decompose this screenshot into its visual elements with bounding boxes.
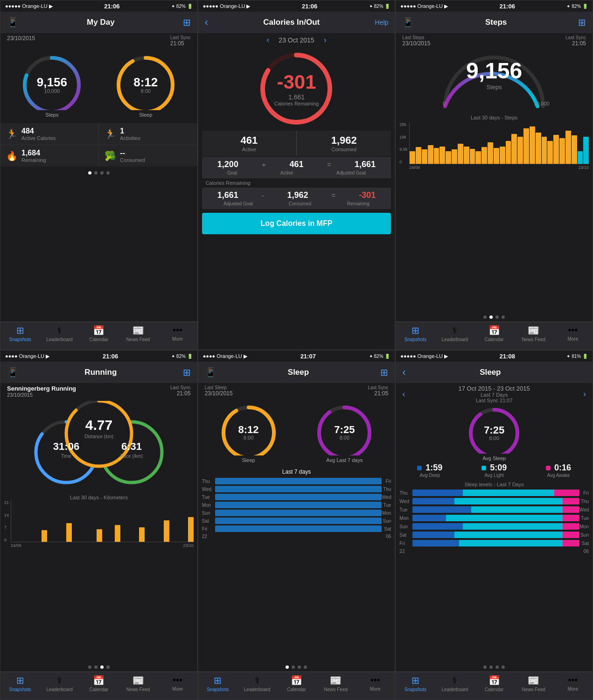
tab-calendar-6[interactable]: 📅 Calendar [474,675,514,696]
run-y-14: 14 [4,513,9,518]
tab-leaderboard-1[interactable]: ⚕ Leaderboard [40,325,79,346]
stat-deep: 1:59 Avg Deep [417,463,442,478]
tab-calendar-1[interactable]: 📅 Calendar [79,325,119,346]
tab-newsfeed-6[interactable]: 📰 News Feed [514,675,553,696]
sleep-bars-area: Thu Fri Wed Thu Tue Wed Mon Tue [202,478,391,532]
content-sleep: Last Sleep 23/10/2015 Last Sync 21:05 8:… [198,383,395,672]
sleep-sync-info: Last Sync 21:05 [368,385,388,397]
date-nav-2: ‹ 23 Oct 2015 › [198,33,395,47]
tab-newsfeed-4[interactable]: 📰 News Feed [119,675,158,696]
run-bar-30 [188,517,194,542]
tab-snapshots-1[interactable]: ⊞ Snapshots [0,325,40,346]
tab-calendar-4[interactable]: 📅 Calendar [79,675,119,696]
more-label-1: More [172,336,183,342]
grid-icon-4[interactable]: ⊞ [183,367,191,378]
sleep-avg-val: 7:25 [334,425,355,435]
steps-value: 9,156 [37,76,67,88]
tab-more-4[interactable]: ••• More [158,675,197,696]
grid-icon-1[interactable]: ⊞ [183,17,191,28]
back-arrow-6[interactable]: ‹ [402,366,405,378]
two-col-cal: 461 Active 1,962 Consumed [202,131,391,156]
tab-calendar-5[interactable]: 📅 Calendar [277,675,316,696]
tab-more-1[interactable]: ••• More [158,325,197,346]
dot-1 [88,171,91,175]
sleep-detail-prev[interactable]: ‹ [402,389,405,399]
sleep-detail-next[interactable]: › [583,389,586,399]
tab-newsfeed-1[interactable]: 📰 News Feed [119,325,158,346]
bar-2 [416,147,421,164]
phone-icon-4[interactable]: 📱 [7,367,19,378]
fire-icon-1: 🔥 [6,150,18,161]
food-icon: 🥦 [105,150,116,161]
sleep-time-end: 06 [386,534,391,539]
tab-snapshots-5[interactable]: ⊞ Snapshots [198,675,237,696]
tab-more-6[interactable]: ••• More [553,675,593,696]
tab-leaderboard-5[interactable]: ⚕ Leaderboard [237,675,277,696]
dot-6-1 [483,665,487,669]
tab-snapshots-3[interactable]: ⊞ Snapshots [396,325,435,346]
header-calories: ‹ Calories In/Out Help [198,12,395,33]
levels-mon-deep [412,515,446,521]
active-cal-value: 484 [21,127,93,135]
levels-mon-light [446,515,563,521]
dot-3-2 [489,315,493,319]
bar-16 [500,147,505,164]
snapshots-icon-4: ⊞ [16,675,24,686]
back-arrow-2[interactable]: ‹ [205,16,208,28]
last-steps-lbl: Last Steps [402,35,430,40]
dot-5-3 [298,665,301,669]
snapshots-icon-1: ⊞ [16,325,24,336]
eq1-lbl3: Adjusted Goal [336,170,366,175]
time-4: 21:06 [103,353,118,360]
eq1-content: 1,200 + 461 = 1,661 [206,160,388,169]
phone-icon-3[interactable]: 📱 [402,17,414,28]
tab-newsfeed-3[interactable]: 📰 News Feed [514,325,553,346]
grid-icon-3[interactable]: ⊞ [578,17,586,28]
dot-5-4 [304,665,307,669]
run-location: Senningerberg Running [7,385,76,392]
sleep-time-start: 22 [202,534,207,539]
active-cal-lbl: Active [206,147,293,152]
sleep-tonight-label: Sleep [242,457,255,463]
phone-icon-1[interactable]: 📱 [7,17,19,28]
tab-snapshots-6[interactable]: ⊞ Snapshots [396,675,435,696]
phone-icon-5[interactable]: 📱 [205,367,216,378]
tab-leaderboard-6[interactable]: ⚕ Leaderboard [435,675,474,696]
dot-6-2 [489,665,493,669]
calendar-icon-5: 📅 [291,675,302,686]
calendar-label-6: Calendar [485,687,504,692]
svg-text:10,000: 10,000 [534,101,550,106]
dots-1 [0,168,197,177]
eq2-op2: = [332,191,336,199]
newsfeed-icon-3: 📰 [528,325,539,336]
bar-fri-1 [215,525,382,532]
tab-leaderboard-4[interactable]: ⚕ Leaderboard [40,675,79,696]
next-arrow-2[interactable]: › [324,35,327,45]
dot-4 [106,171,110,175]
help-btn-2[interactable]: Help [375,19,389,26]
tab-more-3[interactable]: ••• More [553,325,593,346]
prev-arrow-2[interactable]: ‹ [266,35,269,45]
tab-more-5[interactable]: ••• More [356,675,395,696]
calendar-label-1: Calendar [90,337,109,342]
run-bar-6 [42,530,47,542]
tab-leaderboard-3[interactable]: ⚕ Leaderboard [435,325,474,346]
grid-icon-5[interactable]: ⊞ [380,367,388,378]
log-calories-btn[interactable]: Log Calories in MFP [202,213,391,234]
levels-day-tue: Tue [399,507,412,512]
snapshots-label-3: Snapshots [405,337,426,342]
more-label-5: More [370,686,381,692]
panel-calories: ●●●●● Orange-LU ▶ 21:06 ✦ 82% 🔋 ‹ Calori… [198,0,396,350]
tab-newsfeed-5[interactable]: 📰 News Feed [316,675,356,696]
newsfeed-icon-1: 📰 [133,325,144,336]
tab-snapshots-4[interactable]: ⊞ Snapshots [0,675,40,696]
levels-end-thu: Thu [579,499,589,504]
day-mon-1: Mon [202,503,215,508]
sleep-sync-lbl: Last Sync [368,385,388,390]
tab-calendar-3[interactable]: 📅 Calendar [474,325,514,346]
title-running: Running [19,368,183,377]
leaderboard-label-4: Leaderboard [46,687,73,692]
calendar-label-5: Calendar [287,687,306,692]
bar-27 [565,131,571,164]
newsfeed-label-3: News Feed [522,337,545,342]
